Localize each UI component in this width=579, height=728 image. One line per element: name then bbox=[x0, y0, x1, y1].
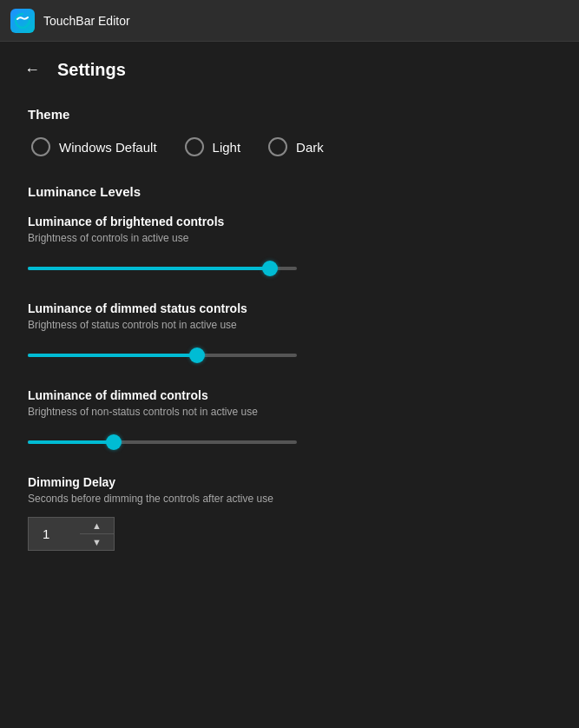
page-header: ← Settings bbox=[0, 42, 579, 93]
dimmed-status-slider-track bbox=[28, 354, 297, 357]
dimmed-subtitle: Brightness of non-status controls not in… bbox=[28, 406, 551, 418]
title-bar: TouchBar Editor bbox=[0, 0, 579, 42]
brightened-slider-container bbox=[28, 256, 551, 281]
brightened-slider-fill bbox=[28, 267, 270, 270]
dimmed-slider-container bbox=[28, 430, 551, 454]
app-title: TouchBar Editor bbox=[43, 14, 130, 28]
brightened-subtitle: Brightness of controls in active use bbox=[28, 232, 551, 244]
dimmed-status-slider-thumb[interactable] bbox=[189, 347, 205, 363]
radio-circle-windows-default bbox=[31, 137, 50, 156]
radio-label-windows-default: Windows Default bbox=[59, 140, 157, 155]
radio-dark[interactable]: Dark bbox=[268, 137, 324, 156]
radio-windows-default[interactable]: Windows Default bbox=[31, 137, 157, 156]
back-button[interactable]: ← bbox=[21, 57, 43, 83]
spinner-up-button[interactable]: ▲ bbox=[80, 518, 114, 534]
dimmed-slider-track bbox=[28, 440, 297, 444]
luminance-section: Luminance Levels Luminance of brightened… bbox=[28, 184, 551, 454]
radio-light[interactable]: Light bbox=[185, 137, 241, 156]
dimmed-status-control-group: Luminance of dimmed status controls Brig… bbox=[28, 301, 551, 367]
spinner-down-button[interactable]: ▼ bbox=[80, 534, 114, 550]
dimmed-title: Luminance of dimmed controls bbox=[28, 388, 551, 402]
spinner-value: 1 bbox=[28, 517, 80, 551]
brightened-control-group: Luminance of brightened controls Brightn… bbox=[28, 215, 551, 281]
radio-circle-light bbox=[185, 137, 204, 156]
dimmed-slider-thumb[interactable] bbox=[106, 434, 122, 450]
luminance-section-title: Luminance Levels bbox=[28, 184, 551, 199]
radio-circle-dark bbox=[268, 137, 287, 156]
app-icon bbox=[10, 9, 35, 33]
page-title: Settings bbox=[57, 60, 126, 80]
dimmed-slider-fill bbox=[28, 440, 114, 444]
spinner-buttons: ▲ ▼ bbox=[80, 517, 115, 551]
dimmed-status-slider-fill bbox=[28, 354, 197, 357]
dimmed-status-slider-container bbox=[28, 343, 551, 367]
dimming-delay-subtitle: Seconds before dimming the controls afte… bbox=[28, 493, 551, 505]
brightened-slider-thumb[interactable] bbox=[262, 261, 278, 276]
dimmed-status-title: Luminance of dimmed status controls bbox=[28, 301, 551, 315]
radio-label-dark: Dark bbox=[296, 140, 324, 155]
brightened-title: Luminance of brightened controls bbox=[28, 215, 551, 228]
dimmed-control-group: Luminance of dimmed controls Brightness … bbox=[28, 388, 551, 454]
dimmed-status-subtitle: Brightness of status controls not in act… bbox=[28, 319, 551, 331]
theme-section-title: Theme bbox=[28, 107, 551, 122]
theme-radio-group: Windows Default Light Dark bbox=[28, 137, 551, 156]
dimming-delay-section: Dimming Delay Seconds before dimming the… bbox=[28, 475, 551, 551]
radio-label-light: Light bbox=[213, 140, 241, 155]
dimming-delay-title: Dimming Delay bbox=[28, 475, 551, 489]
brightened-slider-track bbox=[28, 267, 297, 270]
dimming-delay-spinner: 1 ▲ ▼ bbox=[28, 517, 175, 551]
settings-content: Theme Windows Default Light Dark Luminan… bbox=[0, 93, 579, 572]
